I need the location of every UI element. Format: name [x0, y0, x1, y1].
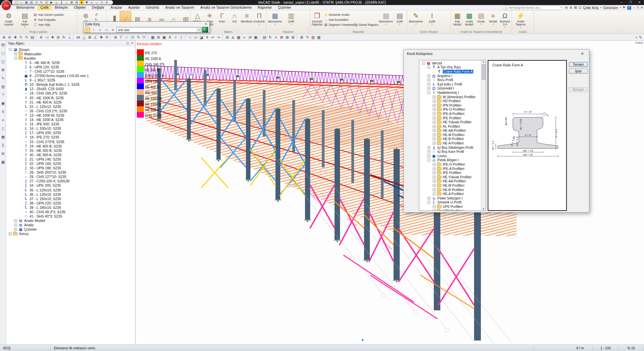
tree-row[interactable]: −○29 - CHS 127*10; S235	[6, 175, 135, 179]
link-icon[interactable]: ∞	[241, 35, 247, 40]
restore-view-icon[interactable]: ⊡	[579, 5, 581, 10]
search-input[interactable]	[508, 6, 559, 10]
tree-row[interactable]: −I30 - HE 300 A; S235	[6, 153, 135, 157]
tree-row[interactable]: −I18 - IPE 270; S235	[6, 135, 135, 139]
delete-icon[interactable]: ✕	[104, 35, 110, 40]
scale-icon[interactable]: △	[81, 35, 87, 40]
dropdown-icon[interactable]: ▾	[105, 0, 109, 5]
tree-row[interactable]: −[6 - UPN 120; S235	[6, 65, 135, 69]
tree-row[interactable]: +IPE Profilleri	[419, 116, 486, 120]
dropdown-arrow-icon[interactable]: ▾	[385, 23, 386, 25]
dropdown-arrow-icon[interactable]: ▾	[504, 26, 505, 28]
copy-icon[interactable]: ◫	[0, 57, 6, 66]
scroll-up-icon[interactable]: ▲	[481, 61, 486, 63]
ribbon-item-kat-genel-ayarlar-[interactable]: ▤Kat Genel Ayarları	[33, 12, 64, 17]
redo-icon[interactable]: ↻	[39, 0, 44, 5]
flow-icon[interactable]: ↯	[204, 35, 210, 40]
tree-row[interactable]: −I21 - HE 400 A; S235	[6, 100, 135, 104]
tree-row[interactable]: −ŦA Tipi Vinç Rayı	[419, 65, 486, 70]
expand-icon[interactable]: +	[433, 180, 436, 183]
tree-row[interactable]: +IPN Profilleri	[419, 103, 486, 108]
grid-move-icon[interactable]: ⊞	[55, 35, 61, 40]
collapse-icon[interactable]: −	[9, 48, 12, 51]
ribbon-button-analiz-modeli[interactable]: ▩AnalizModeli	[464, 11, 475, 26]
tree-row[interactable]: +Materyaller	[6, 52, 135, 56]
cancel-button[interactable]: İptal	[569, 69, 588, 74]
ribbon-button-kat-model[interactable]: ▦KatıModel	[452, 11, 463, 26]
perpendicular-icon[interactable]: ⊥	[54, 0, 59, 5]
tree-row[interactable]: −[32 - UPN 160; S235	[6, 161, 135, 166]
tree-row[interactable]: +HE-AA Profilleri	[419, 129, 486, 133]
menu-birle-im[interactable]: Birleşim	[52, 5, 71, 10]
tree-row[interactable]: −○23 - CHS 273*8; S235	[6, 139, 135, 144]
quick-pen-icon[interactable]: ✎	[639, 35, 642, 40]
expand-icon[interactable]: +	[427, 74, 430, 77]
ribbon-button-modal[interactable]: ≈Modal▾	[487, 11, 498, 25]
combo-dropdown-icon[interactable]: ▼	[197, 27, 201, 32]
tree-row[interactable]: −IHaddelenmiş I	[419, 91, 486, 95]
menu-analiz-ve-tasar-m[interactable]: Analiz ve Tasarım	[162, 5, 197, 10]
sloped-beam-icon[interactable]: ⟋	[85, 27, 90, 33]
save-red-icon[interactable]: ▥	[310, 35, 316, 40]
rows-icon[interactable]: ⊞	[0, 150, 6, 158]
layer-blue-icon[interactable]: ⊠	[284, 35, 290, 40]
dropdown-arrow-icon[interactable]: ▾	[520, 26, 521, 28]
tree-scrollbar[interactable]: ▲ ▼	[481, 60, 486, 211]
expand-icon[interactable]: +	[433, 137, 436, 140]
dropdown-arrow-icon[interactable]: ▾	[290, 23, 291, 25]
expand-icon[interactable]: +	[427, 146, 430, 149]
help-icon[interactable]: ?	[0, 91, 6, 99]
tree-row[interactable]: −I5 - HE 450 B; S235	[6, 60, 135, 65]
tree-row[interactable]: −ŦCrane Rails Form A	[419, 69, 486, 74]
scroll-thumb[interactable]	[482, 64, 485, 80]
expand-icon[interactable]: +	[427, 87, 430, 90]
layers2-icon[interactable]: ≣	[570, 5, 572, 10]
pen2-icon[interactable]: ✎	[305, 35, 310, 40]
mode-dropdown-icon[interactable]: ▾	[600, 6, 602, 9]
table2-icon[interactable]: ▦	[316, 35, 322, 40]
save-all-icon[interactable]: ▥	[29, 0, 34, 5]
pen-icon[interactable]: ✎	[18, 35, 24, 40]
collapse-icon[interactable]: −	[14, 57, 17, 60]
layer-navy-icon[interactable]: ⊠	[299, 35, 305, 40]
tree-row[interactable]: +HE-A Profilleri	[419, 192, 486, 196]
view-axis-letters[interactable]: YINV	[635, 41, 643, 45]
tree-row[interactable]: +UPE Profilleri	[419, 204, 486, 209]
tree-row[interactable]: +IPE-A Profilleri	[419, 167, 486, 171]
snap-grid-icon[interactable]: ⊞	[69, 0, 74, 5]
list-icon[interactable]: ≡	[0, 116, 6, 124]
tree-row[interactable]: +◇Petek Sekizgen I	[419, 196, 486, 200]
dropdown-arrow-icon[interactable]: ▾	[274, 23, 275, 25]
curve-icon[interactable]: ≈	[173, 35, 178, 40]
snap-object-icon[interactable]: ⊟	[74, 0, 79, 5]
measure-icon[interactable]: ∡	[230, 35, 236, 40]
redo-icon[interactable]: ↪	[216, 35, 221, 40]
expand-icon[interactable]: +	[433, 167, 436, 170]
ribbon-button-merdiven[interactable]: ≡Merdiven	[241, 11, 253, 23]
tree-row[interactable]: −○19 - CHS 168.3*5; S235	[6, 91, 135, 96]
expand-icon[interactable]: +	[433, 104, 436, 107]
close-view-icon[interactable]: ⊠	[574, 5, 577, 10]
tree-row[interactable]: +HE-AA Profilleri	[419, 179, 486, 184]
tree-row[interactable]: −L35 - L 120x10; S235	[6, 188, 135, 192]
stamp-icon[interactable]: ⊠	[0, 66, 6, 74]
tree-row[interactable]: +HL Profilleri	[419, 124, 486, 129]
menu--izimler[interactable]: Çizimler	[275, 5, 294, 10]
snap-node-icon[interactable]: ✚	[85, 0, 89, 5]
tree-row[interactable]: −[27 - C250-100-4; S355JR	[6, 179, 135, 183]
tree-row[interactable]: −L39 - L 180x15; S235	[6, 205, 135, 210]
ribbon-item-deprem-y-netmeli-i-genel-raporu[interactable]: ▤Deprem Yönetmeliği Genel Raporu	[324, 22, 378, 27]
expand-icon[interactable]: +	[427, 150, 430, 153]
ribbon-button--elik[interactable]: ▥Çelik▾	[283, 11, 299, 25]
close-icon[interactable]: ✕	[635, 0, 644, 5]
minimize-icon[interactable]: ─	[617, 0, 626, 5]
tree-row[interactable]: +W (Amerikan) Profiller	[419, 95, 486, 99]
tree-row[interactable]: −○26 - CHS 219.1*6; S235	[6, 109, 135, 113]
expand-icon[interactable]: +	[427, 78, 430, 81]
tree-row[interactable]: −I24 - HE 400 B; S235	[6, 144, 135, 148]
pencil-icon[interactable]: ✎	[24, 35, 30, 40]
tree-row[interactable]: +Sonuç	[6, 232, 135, 236]
image-icon[interactable]: ▣	[161, 35, 167, 40]
mdi-minimize-icon[interactable]: ─	[633, 6, 635, 9]
expand-icon[interactable]: +	[427, 197, 430, 200]
